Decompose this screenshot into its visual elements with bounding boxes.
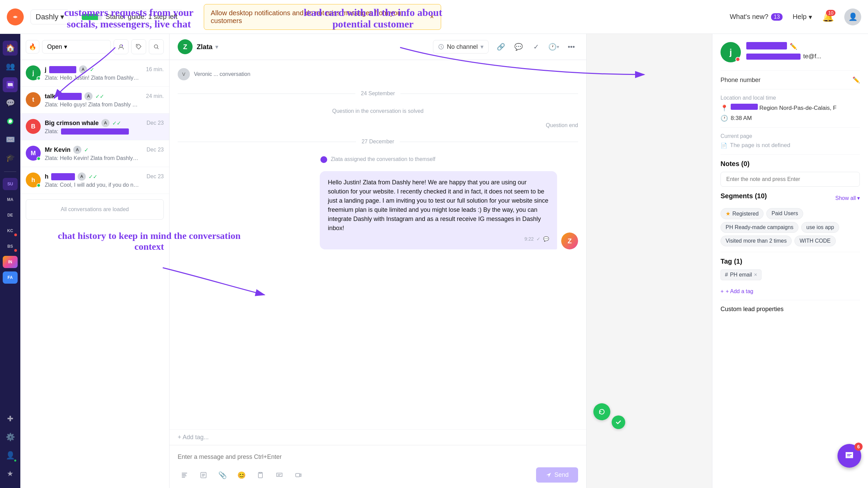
channel-kc[interactable]: KC xyxy=(3,225,18,237)
sidebar-icon-add[interactable]: ✚ xyxy=(3,411,18,426)
conv-agent-avatar: A xyxy=(78,172,86,181)
sidebar-icon-chat-active[interactable] xyxy=(3,77,18,92)
send-button[interactable]: Send xyxy=(536,467,578,483)
online-dot xyxy=(37,183,41,187)
format-button[interactable] xyxy=(178,468,191,482)
message-comment-icon: 💬 xyxy=(543,236,549,243)
section-divider xyxy=(721,127,860,128)
segment-ios-app[interactable]: use ios app xyxy=(801,222,839,233)
sidebar-icon-whatsapp[interactable] xyxy=(3,114,18,129)
tags-title: Tag (1) xyxy=(721,258,860,265)
sidebar-icon-home[interactable]: 🏠 xyxy=(3,41,18,56)
edit-name-button[interactable]: ✏️ xyxy=(790,43,797,50)
show-all-chevron-icon: ▾ xyxy=(857,195,860,201)
assign-button[interactable] xyxy=(114,39,129,54)
channel-ma-label: MA xyxy=(7,197,14,202)
sidebar-icon-messages[interactable]: 💬 xyxy=(3,96,18,110)
channel-ma[interactable]: MA xyxy=(3,194,18,206)
help-label: Help xyxy=(793,13,807,21)
segment-ph-campaigns[interactable]: PH Ready-made campaigns xyxy=(721,222,798,233)
notes-input[interactable] xyxy=(721,172,860,187)
link-button[interactable]: 🔗 xyxy=(494,40,508,54)
messages-area[interactable]: V Veronic ... conversation 24 September … xyxy=(170,60,586,429)
channel-su[interactable]: SU xyxy=(3,178,18,190)
section-divider xyxy=(721,154,860,155)
conv-avatar: h xyxy=(26,172,41,187)
refresh-button[interactable] xyxy=(593,403,610,420)
quick-reply-button[interactable] xyxy=(273,468,286,482)
message-bubble: Hello Justin! Zlata from Dashly here! We… xyxy=(320,171,557,249)
conv-preview: Zlata: Hello Kevin! Zlata from Dashly he… xyxy=(45,155,140,161)
svg-rect-8 xyxy=(182,475,186,476)
check-button[interactable]: ✓ xyxy=(529,40,543,54)
channel-select[interactable]: No channel ▾ xyxy=(433,40,489,54)
whats-new-button[interactable]: What's new? 13 xyxy=(730,13,783,21)
conversation-item[interactable]: h h A ✓✓ Dec 23 Zlata: Cool, I will add … xyxy=(20,167,169,194)
channel-bs-label: BS xyxy=(7,244,13,249)
sidebar-icon-user-status[interactable]: 👤 xyxy=(3,448,18,463)
banner-close-button[interactable]: × xyxy=(430,13,434,21)
search-button[interactable] xyxy=(149,39,164,54)
help-button[interactable]: Help ▾ xyxy=(793,13,812,21)
conversation-item[interactable]: t talk A ✓✓ 24 min. Zlata: Hello guys! Z… xyxy=(20,87,169,114)
conv-preview-blur xyxy=(61,128,129,135)
history-button[interactable]: 🕐 ▾ xyxy=(547,40,560,54)
system-message-assigned: Zlata assigned the conversation to thems… xyxy=(178,155,578,164)
chat-fab[interactable]: 6 xyxy=(837,444,861,468)
edit-phone-button[interactable]: ✏️ xyxy=(852,76,860,84)
tags-section: # PH email × xyxy=(721,269,860,283)
sidebar-icon-users[interactable]: 👥 xyxy=(3,59,18,74)
conversation-item[interactable]: M Mr Kevin A ✓ Dec 23 Zlata: Hello Kevin… xyxy=(20,140,169,167)
channel-label: No channel xyxy=(447,43,478,50)
conv-time: Dec 23 xyxy=(146,147,164,153)
section-divider xyxy=(721,252,860,252)
workspace-button[interactable]: Dashly ▾ xyxy=(31,9,69,24)
message-input[interactable] xyxy=(178,451,578,463)
sidebar-icon-email[interactable]: ✉️ xyxy=(3,132,18,147)
segment-paid-users[interactable]: Paid Users xyxy=(766,208,803,219)
question-end: Question end xyxy=(178,122,578,128)
conv-preview: Zlata: Hello Justin! Zlata from Dashly h… xyxy=(45,75,140,81)
add-tag-button[interactable]: + Add tag... xyxy=(178,434,209,441)
user-avatar[interactable]: 👤 xyxy=(844,8,861,25)
segment-registered[interactable]: ★ Registered xyxy=(721,208,764,219)
article-button[interactable] xyxy=(197,468,210,482)
star-icon: ★ xyxy=(726,210,730,217)
conversation-item[interactable]: j j A ✓ 16 min. Zlata: Hello Justin! Zla… xyxy=(20,60,169,87)
custom-lead-properties: Custom lead properties xyxy=(721,306,860,313)
starter-guide[interactable]: Starter guide: 1 step left xyxy=(76,10,183,24)
location-icon: 📍 xyxy=(721,104,728,112)
channel-de[interactable]: DE xyxy=(3,209,18,221)
comment-button[interactable]: 💬 xyxy=(512,40,525,54)
channel-bs[interactable]: BS xyxy=(3,240,18,252)
channel-fa[interactable]: FA xyxy=(3,271,18,284)
sidebar-icon-courses[interactable]: 🎓 xyxy=(3,150,18,165)
notification-button[interactable]: 🔔 10 xyxy=(822,11,834,22)
clipboard-button[interactable] xyxy=(254,468,267,482)
attach-button[interactable]: 📎 xyxy=(216,468,229,482)
segment-visited[interactable]: Visited more than 2 times xyxy=(721,236,792,246)
current-page-label: Current page xyxy=(721,133,860,139)
workspace-label: Dashly xyxy=(36,13,58,21)
sidebar-icon-settings[interactable]: ⚙️ xyxy=(3,430,18,445)
tag-remove-button[interactable]: × xyxy=(754,272,757,278)
emoji-button[interactable]: 😊 xyxy=(235,468,248,482)
more-button[interactable]: ••• xyxy=(565,40,578,54)
sidebar-icon-star[interactable]: ★ xyxy=(3,466,18,481)
chat-user-name[interactable]: Zlata ▾ xyxy=(197,43,218,51)
conv-check-icon: ✓ xyxy=(84,147,88,153)
check-sent-button[interactable] xyxy=(612,415,625,429)
channel-in[interactable]: IN xyxy=(3,256,18,268)
status-filter-button[interactable]: Open ▾ xyxy=(42,40,111,54)
fire-button[interactable]: 🔥 xyxy=(26,40,39,54)
add-tag-button[interactable]: + + Add a tag xyxy=(721,288,860,294)
tag-filter-button[interactable] xyxy=(131,39,146,54)
conversation-item[interactable]: B Big crimson whale A ✓✓ Dec 23 Zlata: xyxy=(20,114,169,140)
video-button[interactable] xyxy=(292,468,305,482)
svg-rect-6 xyxy=(182,473,187,473)
page-icon: 📄 xyxy=(721,142,727,149)
conv-avatar: B xyxy=(26,119,41,134)
show-all-button[interactable]: Show all ▾ xyxy=(835,195,860,201)
segment-with-code[interactable]: WITH CODE xyxy=(794,236,836,246)
tag-label: PH email xyxy=(730,272,752,278)
